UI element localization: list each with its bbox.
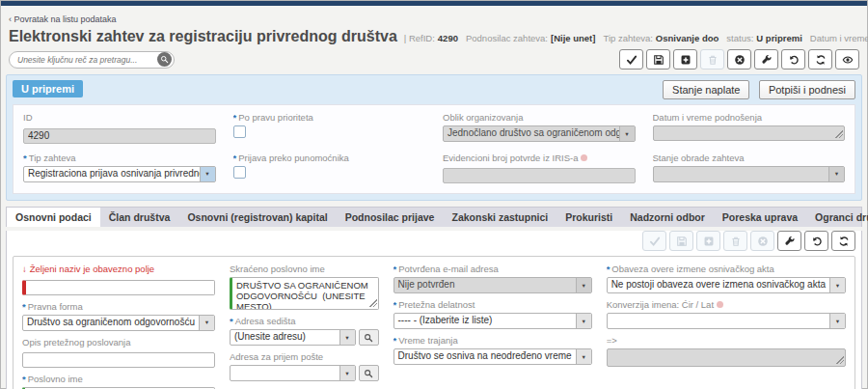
konverzija-rezultat-label: => [607,335,846,346]
osnovni-podaci-form: ↓Željeni naziv je obavezno polje *Pravna… [13,256,855,389]
pravna-forma-select[interactable]: Društvo sa ograničenom odgovornošću ▼ [22,315,215,331]
required-asterisk: * [393,264,397,274]
tip-zahteva-label: *Tip zahteva [23,153,216,163]
search-icon [160,55,169,64]
chevron-down-icon: ▼ [576,349,591,364]
required-asterisk: * [23,153,27,163]
adresa-posta-lookup-button[interactable] [359,365,379,381]
refresh-button[interactable] [808,49,832,69]
delete-button [700,49,724,69]
chevron-down-icon: ▼ [199,316,214,330]
check-icon [626,54,637,66]
record-toolbar [616,49,859,69]
vreme-trajanja-select[interactable]: Društvo se osniva na neodređeno vreme ▼ [393,348,592,365]
tab-nadzorni-odbor[interactable]: Nadzorni odbor [621,208,714,227]
tab-ogranci-drustva[interactable]: Ogranci društva [806,208,868,227]
add-icon [680,54,692,66]
po-pravu-prioriteta-label: *Po pravu prioriteta [233,112,426,123]
adresa-posta-label: Adresa za prijem pošte [230,351,379,362]
required-asterisk: * [393,299,397,310]
pretezna-delatnost-label: *Pretežna delatnost [393,299,592,310]
save-icon [653,54,665,66]
stanje-obrade-label: Stanje obrade zahteva [653,153,846,163]
tab-zakonski-zastupnici[interactable]: Zakonski zastupnici [443,208,556,227]
prijava-punomocnik-label: *Prijava preko punomoćnika [233,153,426,163]
info-icon [717,301,723,308]
app-window: ‹ Povratak na listu podataka Elektronski… [0,0,868,389]
validate-button[interactable] [619,49,643,69]
undo-button[interactable] [781,49,805,69]
tools-button[interactable] [754,49,778,69]
adresa-posta-select[interactable]: ▼ [230,365,356,381]
prijava-punomocnik-checkbox[interactable] [233,166,246,179]
page-title: Elektronski zahtev za registraciju privr… [9,28,397,45]
chevron-down-icon: ▼ [339,366,355,380]
tab-clan-drustva[interactable]: Član društva [100,208,179,227]
chevron-down-icon: ▼ [829,278,845,292]
check-icon [649,236,661,247]
datum-podnosenja-field [653,125,846,141]
form-save-button [669,231,693,251]
oblik-organizovanja-label: Oblik organizovanja [443,112,636,123]
add-button[interactable] [673,49,697,69]
save-button[interactable] [646,49,670,69]
form-refresh-button[interactable] [831,231,855,251]
required-asterisk: * [230,316,233,326]
skraceno-ime-field[interactable]: DRUŠTVO SA OGRANIČENOM ODGOVORNOŠĆU (UNE… [230,277,379,310]
form-validate-button [642,231,666,251]
stanje-naplate-button[interactable]: Stanje naplate [663,80,749,99]
required-asterisk: * [607,264,610,274]
meta-podnosilac: Podnosilac zahteva:[Nije unet] [466,33,595,43]
validation-error: ↓Željeni naziv je obavezno polje [22,264,215,274]
pravna-forma-label: *Pravna forma [22,301,215,312]
tab-poreska-uprava[interactable]: Poreska uprava [714,208,806,227]
meta-datum-unosa: Datum i vreme unosa:06.09.2018 11:12:20:… [810,33,868,43]
form-toolbar [13,231,855,251]
evidencioni-broj-field [443,168,636,183]
required-asterisk: * [22,301,26,312]
opis-poslovanja-field[interactable] [22,352,215,368]
konverzija-select[interactable]: ▼ [607,313,846,329]
chevron-down-icon: ▼ [619,126,635,141]
wrench-icon [784,236,796,247]
search-input[interactable] [17,55,157,65]
info-icon [581,154,587,161]
konverzija-rezultat-field [607,348,846,367]
trash-icon [730,236,742,247]
pretezna-delatnost-select[interactable]: ---- - (Izaberite iz liste) ▼ [393,313,592,329]
chevron-down-icon: ▼ [828,167,844,181]
form-undo-button[interactable] [804,231,828,251]
meta-refid: | RefID:4290 [404,33,458,43]
cancel-button[interactable] [727,49,751,69]
tab-osnovni-kapital[interactable]: Osnovni (registrovan) kapital [178,208,336,227]
potpisi-podnesi-button[interactable]: Potpiši i podnesi [759,80,855,99]
chevron-down-icon: ▼ [576,278,591,292]
search-button[interactable] [157,52,172,67]
zeljeni-naziv-field[interactable] [22,280,215,295]
form-tools-button[interactable] [777,231,801,251]
tip-zahteva-select[interactable]: Registraciona prijava osnivanja privredn… [23,166,216,182]
tab-osnovni-podaci[interactable]: Osnovni podaci [7,208,100,227]
add-icon [703,236,715,247]
adresa-sedista-select[interactable]: (Unesite adresu) ▼ [230,329,356,346]
required-asterisk: * [233,153,237,163]
eye-icon [842,54,854,66]
preview-button[interactable] [835,49,859,69]
stanje-obrade-select: ▼ [653,166,846,182]
status-badge: U pripremi [13,80,83,97]
trash-icon [707,54,719,66]
id-label: ID [23,112,216,123]
adresa-sedista-lookup-button[interactable] [359,329,379,346]
tab-prokuristi[interactable]: Prokuristi [556,208,621,227]
search-box [9,51,175,69]
required-asterisk: * [393,335,397,346]
form-cancel-button [750,231,774,251]
back-link[interactable]: ‹ Povratak na listu podataka [9,14,117,24]
adresa-sedista-label: *Adresa sedišta [230,316,379,326]
obaveza-overe-select[interactable]: Ne postoji obaveza overe izmena osnivačk… [607,277,846,293]
search-icon [364,333,373,343]
refresh-icon [838,236,850,247]
po-pravu-prioriteta-checkbox[interactable] [233,125,246,138]
tab-podnosilac-prijave[interactable]: Podnosilac prijave [337,208,444,227]
form-delete-button [723,231,747,251]
